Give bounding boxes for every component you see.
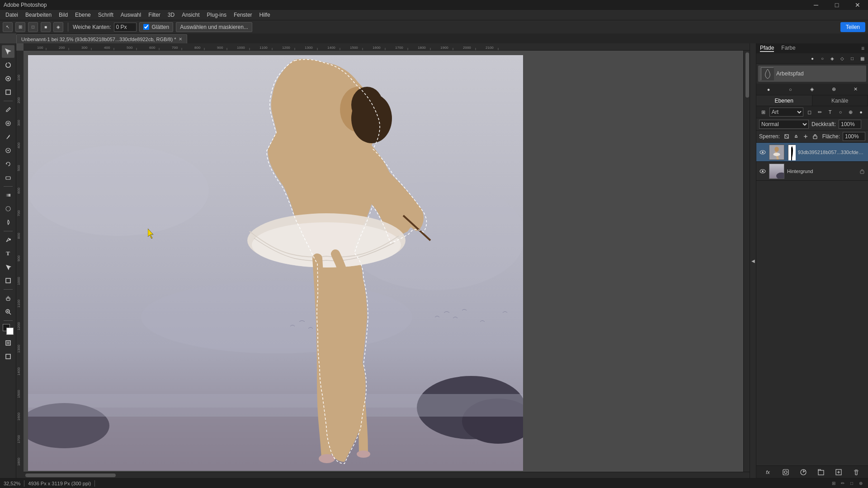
screen-mode-button[interactable] [2,350,14,363]
new-path-icon[interactable]: ⊕ [830,85,838,94]
layers-icon1[interactable]: ◻ [805,108,814,117]
flache-input[interactable]: 100% [843,132,865,141]
menu-auswahl[interactable]: Auswahl [117,11,145,19]
panel-expand-button[interactable]: ◀ [750,43,756,478]
shape-tool-button[interactable] [2,274,14,287]
eraser-button[interactable] [2,171,14,184]
crop-tool-button[interactable] [2,86,14,99]
lock-paint-icon[interactable] [792,132,800,141]
menu-filter[interactable]: Filter [145,11,164,19]
share-button[interactable]: Teilen [840,22,865,32]
menu-hilfe[interactable]: Hilfe [256,11,274,19]
layers-icon4[interactable]: ○ [836,108,845,117]
healing-brush-button[interactable] [2,117,14,130]
status-icon2[interactable]: ✏ [839,480,846,487]
lock-transparent-icon[interactable] [783,132,791,141]
create-group-button[interactable] [816,468,826,477]
quick-mask-button[interactable] [2,337,14,349]
add-layer-mask-button[interactable] [781,468,790,477]
panel-menu-icon[interactable]: ≡ [861,45,864,52]
ebenen-tab[interactable]: Ebenen [756,95,812,106]
mode-option1[interactable]: □ [28,22,38,32]
mode-option2[interactable]: ■ [41,22,51,32]
path-mask-icon[interactable]: ◈ [828,54,836,62]
blur-tool-button[interactable] [2,202,14,215]
layers-icon5[interactable]: ⊕ [846,108,855,117]
layer-type-filter[interactable]: Art [769,108,803,117]
add-fx-button[interactable]: fx [764,468,773,477]
eyedropper-button[interactable] [2,103,14,116]
layer-row[interactable]: 93db395218b057...330cfde8922cb [756,143,868,162]
menu-schrift[interactable]: Schrift [94,11,117,19]
auswaehlen-maskieren-button[interactable]: Auswählen und maskieren... [176,22,252,32]
delete-layer-button[interactable] [852,468,861,477]
blend-mode-select[interactable]: Normal [759,120,809,129]
lasso-tool-button[interactable] [2,59,14,71]
move-tool-button[interactable] [2,45,14,58]
status-icon4[interactable]: ⊕ [857,480,864,487]
background-color-swatch[interactable] [6,328,14,335]
close-button[interactable]: ✕ [847,0,868,10]
color-swatches[interactable] [2,323,14,336]
vertical-scroll-thumb[interactable] [745,52,749,98]
brush-tool-button[interactable] [2,131,14,143]
path-diamond-icon[interactable]: ◇ [838,54,846,62]
layer-row[interactable]: Hintergrund [756,162,868,181]
pen-tool-button[interactable] [2,234,14,246]
minimize-button[interactable]: ─ [806,0,826,10]
deckkraft-input[interactable]: 100% [839,120,861,129]
delete-path-icon[interactable]: ✕ [852,85,860,94]
menu-datei[interactable]: Datei [2,11,22,19]
clone-stamp-button[interactable] [2,144,14,157]
pfade-tab[interactable]: Pfade [760,45,774,52]
path-to-mask-icon[interactable]: ◈ [808,85,816,94]
layers-icon3[interactable]: T [826,108,835,117]
menu-bild[interactable]: Bild [55,11,71,19]
history-brush-button[interactable] [2,158,14,170]
layer-visibility-toggle[interactable] [759,168,766,175]
path-fill-sel-icon[interactable]: ● [764,85,773,94]
farbe-tab[interactable]: Farbe [781,45,795,52]
dodge-tool-button[interactable] [2,216,14,229]
kanaele-tab[interactable]: Kanäle [812,95,868,106]
path-rect-icon[interactable]: □ [848,54,856,62]
weiche-kanten-input[interactable] [114,23,137,32]
hand-tool-button[interactable] [2,292,14,305]
transform-option[interactable]: ⊞ [15,22,25,32]
menu-fenster[interactable]: Fenster [230,11,256,19]
path-fill-icon[interactable]: ● [808,54,816,62]
layer-visibility-toggle[interactable] [759,149,766,156]
tab-close-icon[interactable]: ✕ [179,37,182,42]
document-tab[interactable]: Unbenannt-1 bei 32,5% (93db395218b057...… [16,34,187,43]
maximize-button[interactable]: □ [826,0,847,10]
status-icon3[interactable]: □ [848,480,855,487]
move-tool-option[interactable]: ↖ [3,22,13,32]
text-tool-button[interactable]: T [2,247,14,260]
layers-filter-toggle[interactable]: ● [857,108,865,117]
path-stroke-sel-icon[interactable]: ○ [786,85,794,94]
status-icon1[interactable]: ⊞ [830,480,837,487]
menu-ebene[interactable]: Ebene [71,11,94,19]
arbeitspad-row[interactable]: Arbeitspfad [758,66,866,82]
filter-icon[interactable]: ⊞ [759,108,768,117]
path-mask2-icon[interactable]: ▦ [858,54,866,62]
vertical-scrollbar[interactable] [743,51,750,472]
glatten-check[interactable] [143,24,149,30]
gradient-tool-button[interactable] [2,189,14,202]
lock-position-icon[interactable] [802,132,810,141]
mode-option3[interactable]: ◈ [53,22,63,32]
path-selection-button[interactable] [2,261,14,273]
lock-all-icon[interactable] [811,132,819,141]
add-adjustment-button[interactable] [799,468,808,477]
menu-bearbeiten[interactable]: Bearbeiten [22,11,55,19]
horizontal-scrollbar[interactable] [24,472,750,478]
menu-plugins[interactable]: Plug-ins [203,11,230,19]
path-stroke-icon[interactable]: ○ [818,54,826,62]
horizontal-scroll-thumb[interactable] [25,474,116,477]
new-layer-button[interactable] [834,468,843,477]
layers-icon2[interactable]: ✏ [816,108,824,117]
zoom-tool-button[interactable] [2,305,14,318]
menu-3d[interactable]: 3D [164,11,178,19]
glatten-checkbox[interactable]: Glätten [139,22,174,32]
quick-selection-button[interactable] [2,72,14,85]
